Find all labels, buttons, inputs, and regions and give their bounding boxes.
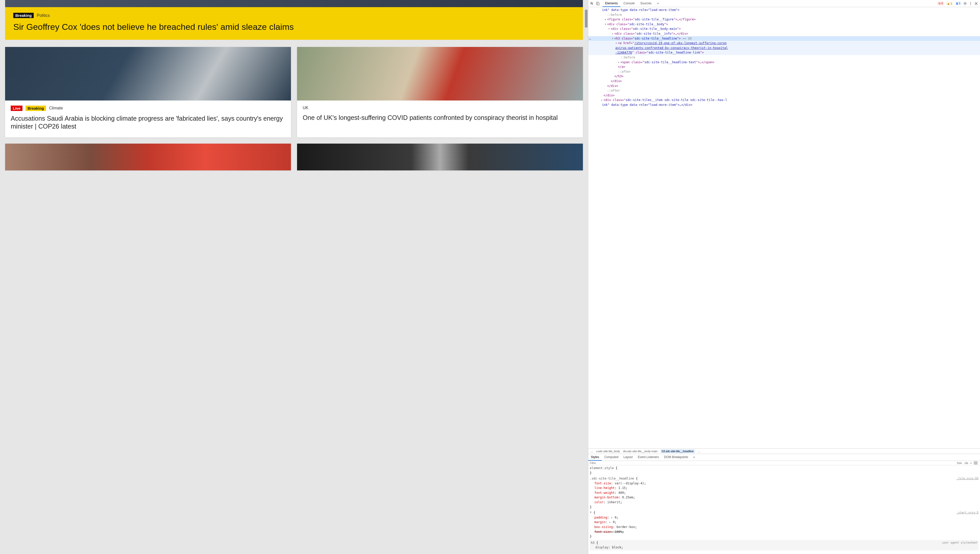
add-rule-icon[interactable]: +	[970, 462, 972, 465]
gear-icon[interactable]	[962, 1, 967, 6]
dom-line[interactable]: </div>	[588, 79, 980, 84]
tab-layout[interactable]: Layout	[621, 454, 635, 461]
line-actions[interactable]: …	[588, 36, 591, 41]
card-image	[297, 143, 583, 170]
close-icon[interactable]	[974, 1, 978, 6]
tab-elements[interactable]: Elements	[602, 0, 620, 7]
webpage-viewport[interactable]: Breaking Politics Sir Geoffrey Cox 'does…	[0, 0, 588, 554]
article-card[interactable]	[5, 143, 291, 170]
hero-tags: Breaking Politics	[13, 13, 575, 18]
dom-line[interactable]: ink" data-type data-role="load-more-item…	[588, 8, 980, 13]
dom-line[interactable]: avirus-patients-confronted-by-conspiracy…	[588, 46, 980, 51]
card-image	[5, 47, 291, 100]
dom-line[interactable]: ▾<div class="sdc-site-tile__body">	[588, 22, 980, 27]
article-card[interactable]: UK One of UK's longest-suffering COVID p…	[297, 47, 583, 138]
dom-line[interactable]: ink" data-type data-role="load-more-item…	[588, 102, 980, 107]
dom-line[interactable]: ▸<span class="sdc-site-tile__headline-te…	[588, 60, 980, 65]
svg-point-4	[970, 3, 971, 4]
style-rule[interactable]: _tile.scss:93 .sdc-site-tile__headline {…	[590, 476, 978, 509]
svg-point-5	[970, 4, 971, 5]
dom-line[interactable]: ▸<figure class="sdc-site-tile__figure">……	[588, 17, 980, 22]
svg-point-3	[970, 2, 971, 3]
dom-line[interactable]: </h3>	[588, 74, 980, 79]
dom-line[interactable]: ::after	[588, 69, 980, 74]
hero-banner[interactable]: Breaking Politics Sir Geoffrey Cox 'does…	[5, 7, 583, 40]
source-link[interactable]: _tile.scss:93	[956, 476, 978, 481]
dom-line[interactable]: -12464778" class="sdc-site-tile__headlin…	[588, 50, 980, 55]
dom-line[interactable]: ::before	[588, 13, 980, 18]
styles-tabs: Styles Computed Layout Event Listeners D…	[588, 454, 980, 461]
tabs-overflow[interactable]: »	[655, 0, 661, 7]
article-card[interactable]	[297, 143, 583, 170]
style-rule-ua[interactable]: user agent stylesheet h3 { display: bloc…	[590, 540, 978, 551]
hov-toggle[interactable]: :hov	[956, 462, 962, 465]
card-image	[297, 47, 583, 100]
hero-image	[5, 0, 583, 7]
tabs-overflow[interactable]: »	[691, 454, 698, 461]
dom-line[interactable]: </div>	[588, 93, 980, 98]
card-headline[interactable]: Accusations Saudi Arabia is blocking cli…	[11, 115, 285, 131]
dom-line[interactable]: ▾<div class="sdc-site-tile__body-main">	[588, 27, 980, 31]
dom-breadcrumb[interactable]: … v.sdc-site-tile_body div.sdc-site-tile…	[588, 448, 980, 454]
dom-line[interactable]: ▸<div class="sdc-site-tiles__item sdc-si…	[588, 98, 980, 102]
devtools-tabs: Elements Console Sources »	[602, 0, 661, 7]
error-badge[interactable]: ⊘ 8	[937, 2, 944, 5]
article-grid: Live Breaking Climate Accusations Saudi …	[5, 47, 583, 176]
breaking-tag: Breaking	[13, 13, 34, 18]
category-link[interactable]: Politics	[37, 13, 50, 18]
card-image	[5, 143, 291, 170]
styles-rules[interactable]: element.style { } _tile.scss:93 .sdc-sit…	[588, 465, 980, 554]
devtools-toolbar: Elements Console Sources » ⊘ 8 ▲ 1 ▮ 3	[588, 0, 980, 7]
category-link[interactable]: Climate	[49, 106, 63, 110]
dom-line[interactable]: </div>	[588, 84, 980, 89]
svg-rect-7	[975, 462, 977, 463]
live-tag: Live	[11, 106, 22, 111]
device-toggle-icon[interactable]	[595, 1, 600, 6]
styles-filter-input[interactable]	[590, 462, 956, 465]
crumb-selected[interactable]: h3.sdc-site-tile__headline	[661, 449, 695, 453]
warning-badge[interactable]: ▲ 1	[946, 2, 953, 5]
article-card[interactable]: Live Breaking Climate Accusations Saudi …	[5, 47, 291, 138]
tab-styles[interactable]: Styles	[588, 454, 602, 461]
dom-line[interactable]: ::before	[588, 55, 980, 60]
dom-line[interactable]: ::after	[588, 88, 980, 93]
dom-line[interactable]: ▾<a href="/story/covid-19-one-of-uks-lon…	[588, 41, 980, 46]
tab-computed[interactable]: Computed	[602, 454, 621, 461]
style-rule[interactable]: _start.scss:5 * { padding: ▸ 0; margin: …	[590, 510, 978, 539]
svg-point-2	[964, 3, 966, 4]
box-model-icon[interactable]	[974, 462, 977, 465]
devtools-panel: Elements Console Sources » ⊘ 8 ▲ 1 ▮ 3 i…	[588, 0, 980, 554]
breaking-tag: Breaking	[25, 106, 46, 111]
dom-line[interactable]: ▸<div class="sdc-site-tile__info">…</div…	[588, 31, 980, 36]
crumb[interactable]: v.sdc-site-tile_body	[596, 450, 620, 453]
dom-line[interactable]: </a>	[588, 65, 980, 69]
inspect-icon[interactable]	[590, 1, 594, 6]
crumb-overflow[interactable]: …	[698, 450, 701, 453]
tab-sources[interactable]: Sources	[638, 0, 654, 7]
kebab-icon[interactable]	[968, 1, 973, 6]
crumb[interactable]: div.sdc-site-tile__body-main	[623, 450, 658, 453]
cls-toggle[interactable]: .cls	[964, 462, 968, 465]
elements-tree[interactable]: ink" data-type data-role="load-more-item…	[588, 7, 980, 448]
category-link[interactable]: UK	[303, 106, 308, 110]
tab-console[interactable]: Console	[621, 0, 637, 7]
source-link[interactable]: _start.scss:5	[956, 510, 978, 515]
style-rule[interactable]: element.style { }	[590, 466, 978, 475]
tab-event-listeners[interactable]: Event Listeners	[635, 454, 661, 461]
svg-rect-1	[598, 3, 599, 5]
tab-dom-breakpoints[interactable]: DOM Breakpoints	[661, 454, 691, 461]
hero-headline[interactable]: Sir Geoffrey Cox 'does not believe he br…	[13, 22, 575, 32]
svg-rect-6	[974, 462, 977, 464]
info-badge[interactable]: ▮ 3	[955, 2, 961, 5]
crumb-overflow[interactable]: …	[590, 450, 593, 453]
styles-filter-bar: :hov .cls +	[588, 461, 980, 465]
card-headline[interactable]: One of UK's longest-suffering COVID pati…	[303, 114, 577, 122]
scrollbar-thumb[interactable]	[585, 10, 588, 27]
dom-line-selected[interactable]: …▾<h3 class="sdc-site-tile__headline"> =…	[588, 36, 980, 41]
